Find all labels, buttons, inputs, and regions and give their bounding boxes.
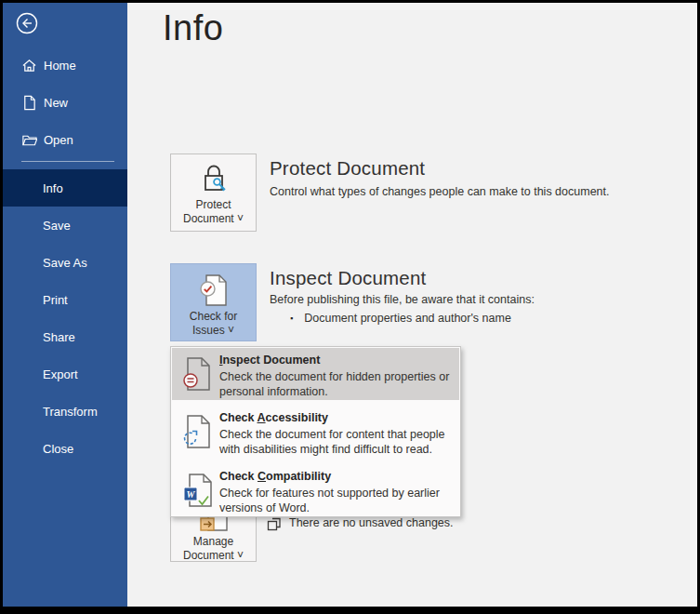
- protect-document-button[interactable]: Protect Document ˅: [170, 154, 257, 232]
- backstage-sidebar: Home New Open Info: [3, 3, 127, 607]
- sidebar-item-label: Close: [43, 442, 73, 456]
- protect-section-heading: Protect Document: [270, 157, 425, 180]
- menu-item-check-compatibility[interactable]: W Check Compatibility Check for features…: [172, 464, 459, 516]
- info-pane: Info Protect Document ˅ Protect Document…: [127, 3, 697, 607]
- inspect-document-icon: [182, 356, 214, 395]
- check-for-issues-menu: Inspect Document Check the document for …: [170, 346, 461, 517]
- check-for-issues-icon: [195, 273, 232, 308]
- issues-button-label-line1: Check for: [171, 310, 256, 324]
- check-compatibility-icon: W: [182, 473, 214, 512]
- unsaved-changes-row: There are no unsaved changes.: [267, 516, 454, 536]
- manage-button-label-line2: Document: [183, 549, 234, 562]
- menu-item-title: Check Accessibility: [219, 410, 454, 426]
- page-title: Info: [163, 8, 223, 48]
- back-arrow-icon: [15, 11, 39, 35]
- menu-item-inspect-document[interactable]: Inspect Document Check the document for …: [172, 348, 459, 400]
- check-accessibility-icon: [182, 414, 214, 453]
- inspect-section-heading: Inspect Document: [270, 267, 426, 289]
- home-icon: [21, 58, 37, 73]
- check-for-issues-button[interactable]: Check for Issues ˅: [170, 263, 257, 341]
- sidebar-item-save-as[interactable]: Save As: [3, 244, 127, 281]
- sidebar-item-new[interactable]: New: [3, 84, 127, 121]
- sidebar-item-label: Transform: [43, 405, 98, 419]
- svg-text:W: W: [187, 489, 196, 500]
- sidebar-item-close[interactable]: Close: [3, 430, 127, 467]
- chevron-down-icon: ˅: [228, 324, 234, 337]
- menu-item-check-accessibility[interactable]: Check Accessibility Check the document f…: [172, 406, 459, 458]
- protect-button-label-line2: Document: [183, 212, 234, 225]
- sidebar-item-export[interactable]: Export: [3, 355, 127, 393]
- app-window: Home New Open Info: [0, 0, 700, 614]
- chevron-down-icon: ˅: [237, 212, 244, 225]
- sidebar-item-label: Print: [43, 293, 68, 307]
- sidebar-item-home[interactable]: Home: [3, 47, 127, 84]
- sidebar-item-open[interactable]: Open: [3, 121, 127, 158]
- sidebar-item-save[interactable]: Save: [3, 207, 127, 244]
- open-folder-icon: [21, 132, 37, 148]
- issues-button-label-line2: Issues: [192, 324, 225, 337]
- sidebar-item-label: Home: [44, 59, 76, 73]
- sidebar-item-label: New: [44, 96, 68, 110]
- new-document-icon: [21, 95, 37, 111]
- inspect-section-description: Before publishing this file, be aware th…: [270, 293, 535, 306]
- sidebar-item-label: Share: [43, 330, 75, 344]
- manage-button-label-line1: Manage: [171, 535, 256, 549]
- sidebar-item-info[interactable]: Info: [3, 169, 127, 207]
- menu-item-description: Check the document for hidden properties…: [219, 369, 454, 399]
- menu-item-description: Check for features not supported by earl…: [219, 486, 454, 515]
- menu-item-title: Check Compatibility: [219, 469, 454, 485]
- unsaved-changes-text: There are no unsaved changes.: [289, 516, 454, 529]
- sidebar-item-share[interactable]: Share: [3, 318, 127, 355]
- protect-section-description: Control what types of changes people can…: [270, 185, 610, 198]
- inspect-bullet-text: Document properties and author's name: [304, 312, 511, 325]
- menu-item-description: Check the document for content that peop…: [219, 427, 454, 457]
- inspect-bullet-item: ▪ Document properties and author's name: [290, 312, 511, 325]
- sidebar-divider: [21, 161, 114, 162]
- lock-key-icon: [196, 163, 231, 196]
- sidebar-item-label: Save: [43, 219, 71, 233]
- sidebar-item-label: Info: [43, 181, 63, 195]
- sidebar-item-label: Open: [44, 133, 73, 147]
- sidebar-item-label: Save As: [43, 256, 87, 270]
- menu-item-title: Inspect Document: [219, 353, 454, 368]
- sidebar-item-print[interactable]: Print: [3, 281, 127, 318]
- back-button[interactable]: [15, 11, 39, 35]
- sidebar-item-transform[interactable]: Transform: [3, 393, 127, 430]
- sidebar-item-label: Export: [43, 367, 78, 381]
- protect-button-label-line1: Protect: [171, 198, 256, 212]
- chevron-down-icon: ˅: [237, 549, 244, 562]
- bullet-icon: ▪: [290, 314, 293, 323]
- document-versions-icon: [267, 517, 282, 536]
